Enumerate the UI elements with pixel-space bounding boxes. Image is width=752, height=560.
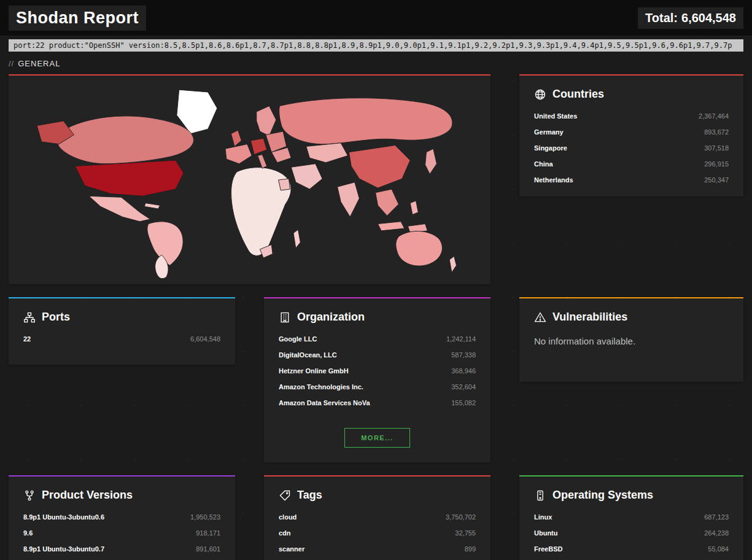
- top-bar: Shodan Report Total:6,604,548: [0, 0, 752, 36]
- tags-panel-title: Tags: [297, 489, 322, 502]
- list-item[interactable]: FreeBSD 55,084: [519, 541, 743, 557]
- list-item[interactable]: DigitalOcean, LLC 587,338: [264, 347, 490, 363]
- total-value: 6,604,548: [681, 11, 736, 25]
- code-fork-icon: [23, 489, 36, 502]
- chip-icon: [534, 489, 546, 502]
- tags-list: cloud 3,750,702 cdn 32,755 scanner 899: [264, 509, 490, 560]
- operating-systems-list: Linux 687,123 Ubuntu 264,238 FreeBSD 55,…: [519, 509, 743, 560]
- list-item[interactable]: 8.9p1 Ubuntu-3ubuntu0.7 891,601: [9, 541, 235, 557]
- organization-panel: Organization Google LLC 1,242,114 Digita…: [264, 297, 490, 462]
- world-choropleth-map: [14, 82, 486, 278]
- section-header-general: //GENERAL: [9, 59, 743, 68]
- product-versions-panel: Product Versions 8.9p1 Ubuntu-3ubuntu0.6…: [9, 475, 235, 560]
- globe-icon: [534, 88, 546, 101]
- operating-systems-panel: Operating Systems Linux 687,123 Ubuntu 2…: [519, 475, 743, 560]
- total-counter: Total:6,604,548: [638, 7, 743, 29]
- page-title: Shodan Report: [9, 6, 146, 31]
- section-slashes: //: [9, 59, 14, 68]
- list-item[interactable]: Linux 687,123: [519, 509, 743, 525]
- list-item[interactable]: Amazon Data Services NoVa 155,082: [264, 395, 490, 411]
- section-label: GENERAL: [18, 59, 60, 68]
- vulnerabilities-panel-header: Vulnerabilities: [519, 298, 743, 331]
- product-versions-list: 8.9p1 Ubuntu-3ubuntu0.6 1,950,523 9.6 91…: [9, 509, 235, 560]
- list-item[interactable]: cloud 3,750,702: [264, 509, 490, 525]
- operating-systems-panel-title: Operating Systems: [552, 489, 653, 502]
- ports-panel-header: Ports: [9, 298, 235, 331]
- building-icon: [279, 311, 291, 324]
- list-item[interactable]: Google LLC 1,242,114: [264, 331, 490, 347]
- list-item[interactable]: scanner 899: [264, 541, 490, 557]
- list-item[interactable]: Hetzner Online GmbH 368,946: [264, 363, 490, 379]
- total-label: Total:: [645, 11, 678, 25]
- tag-icon: [279, 489, 291, 502]
- list-item[interactable]: China 296,915: [519, 156, 743, 172]
- countries-panel: Countries United States 2,367,464 German…: [519, 74, 743, 196]
- list-item[interactable]: Ubuntu 264,238: [519, 525, 743, 541]
- ports-panel: Ports 22 6,604,548: [9, 297, 235, 365]
- world-map-panel: [9, 74, 490, 284]
- warning-triangle-icon: [534, 311, 546, 324]
- organization-list: Google LLC 1,242,114 DigitalOcean, LLC 5…: [264, 331, 490, 419]
- product-versions-panel-header: Product Versions: [9, 476, 235, 509]
- list-item[interactable]: Amazon Technologies Inc. 352,604: [264, 379, 490, 395]
- vulnerabilities-panel-title: Vulnerabilities: [552, 311, 627, 324]
- list-item[interactable]: Singapore 307,518: [519, 140, 743, 156]
- ports-list: 22 6,604,548: [9, 331, 235, 356]
- product-versions-panel-title: Product Versions: [42, 489, 133, 502]
- more-button[interactable]: MORE...: [344, 428, 410, 448]
- list-item[interactable]: 9.6 918,171: [9, 525, 235, 541]
- list-item[interactable]: Germany 893,672: [519, 124, 743, 140]
- list-item[interactable]: United States 2,367,464: [519, 108, 743, 124]
- operating-systems-panel-header: Operating Systems: [519, 476, 743, 509]
- tags-panel-header: Tags: [264, 476, 490, 509]
- list-item[interactable]: 8.9p1 Ubuntu-3ubuntu0.6 1,950,523: [9, 509, 235, 525]
- countries-panel-header: Countries: [519, 76, 743, 108]
- list-item[interactable]: 22 6,604,548: [9, 331, 235, 347]
- list-item[interactable]: Netherlands 250,347: [519, 172, 743, 188]
- organization-panel-title: Organization: [297, 311, 365, 324]
- search-query-text: port:22 product:"OpenSSH" version:8.5,8.…: [9, 39, 743, 52]
- countries-panel-title: Countries: [552, 88, 604, 101]
- ports-panel-title: Ports: [42, 311, 70, 324]
- vulnerabilities-empty-text: No information available.: [519, 331, 743, 364]
- panel-grid: Countries United States 2,367,464 German…: [9, 74, 743, 560]
- sitemap-icon: [23, 311, 36, 324]
- tags-panel: Tags cloud 3,750,702 cdn 32,755 scanner …: [264, 475, 490, 560]
- organization-more-wrap: MORE...: [264, 419, 490, 462]
- countries-list: United States 2,367,464 Germany 893,672 …: [519, 108, 743, 196]
- list-item[interactable]: cdn 32,755: [264, 525, 490, 541]
- vulnerabilities-panel: Vulnerabilities No information available…: [519, 297, 743, 382]
- organization-panel-header: Organization: [264, 298, 490, 331]
